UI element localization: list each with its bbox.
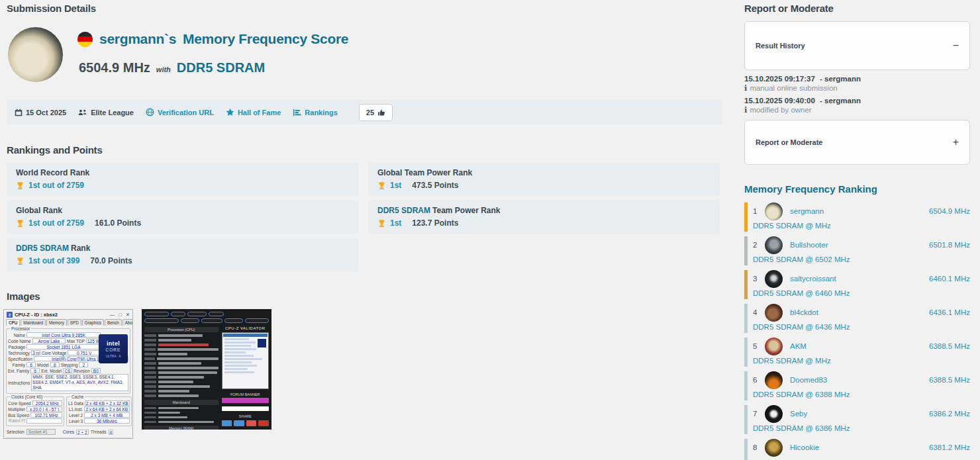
ranking-list-item[interactable]: 7 Seby 6386.2 MHz DDR5 SDRAM @ 6386 MHz (744, 404, 970, 435)
user-link[interactable]: AKM (790, 342, 807, 350)
globe-icon (146, 108, 154, 116)
league-link[interactable]: Elite League (78, 109, 134, 116)
data-row-stripe (144, 406, 219, 410)
avatar[interactable] (765, 371, 783, 389)
score-value: 6388.5 MHz (929, 342, 970, 350)
memory-frequency-ranking-title: Memory Frequency Ranking (744, 183, 970, 195)
submission-title: sergmann`s Memory Frequency Score (77, 31, 348, 47)
user-link[interactable]: sergmann (790, 207, 824, 215)
cpuz-titlebar: Z CPU-Z - ID : xbsx2 —□✕ (5, 310, 131, 319)
ranking-list-item[interactable]: 8 Hicookie 6381.2 MHz (744, 438, 970, 460)
trophy-icon (16, 219, 24, 228)
result-history-panel[interactable]: Result History − (744, 21, 970, 70)
ranking-list-item[interactable]: 3 saltycroissant 6460.1 MHz DDR5 SDRAM @… (744, 269, 970, 300)
rank-link[interactable]: 1st out of 2759 (28, 181, 84, 190)
data-row-stripe (144, 394, 219, 398)
rank-number: 6 (753, 376, 763, 384)
avatar[interactable] (765, 338, 783, 355)
card-title-link[interactable]: DDR5 SDRAM (377, 206, 430, 215)
hardware-sub-link[interactable]: DDR5 SDRAM @ MHz (753, 220, 970, 232)
history-date: 15.10.2025 09:17:37 (744, 75, 815, 83)
card-title: World Record Rank (16, 168, 89, 177)
expand-plus-icon[interactable]: + (953, 136, 959, 148)
hardware-sub-link[interactable]: DDR5 SDRAM @ 6436 MHz (753, 322, 970, 334)
avatar[interactable] (765, 405, 783, 423)
score-value: 6388.5 MHz (929, 376, 970, 384)
hardware-sub-link[interactable]: DDR5 SDRAM @ 6388 MHz (753, 389, 970, 401)
validator-side-column: CPU-Z VALIDATOR FORUM BANNER SHARE (222, 325, 269, 430)
user-link[interactable]: Doomed83 (790, 376, 827, 384)
validator-url-field (222, 406, 269, 411)
image-thumbnails: Z CPU-Z - ID : xbsx2 —□✕ CPUMainboardMem… (3, 309, 271, 439)
cpuz-processor-group: Processor intel CORE ULTRA : 9 NameIntel… (6, 328, 130, 394)
ranking-list-item[interactable]: 6 Doomed83 6388.5 MHz DDR5 SDRAM @ 6388 … (744, 371, 970, 401)
card-title: Global Team Power Rank (377, 168, 472, 177)
medal-bar (744, 405, 748, 434)
hardware-sub-link[interactable]: DDR5 SDRAM @ MHz (753, 355, 970, 367)
validator-screenshot-thumbnail[interactable]: Processor (CPU) Mainboard Memory (RAM) G… (142, 309, 271, 430)
report-or-moderate-panel[interactable]: Report or Moderate + (744, 120, 970, 165)
ranking-list-item[interactable]: 5 AKM 6388.5 MHz DDR5 SDRAM @ MHz (744, 337, 970, 367)
rank-link[interactable]: 1st out of 399 (28, 256, 79, 265)
cpuz-footer: CPU-Z Ver. 2.15.0.x64 Tools ▾ Validate C… (5, 437, 131, 439)
hardware-link[interactable]: DDR5 SDRAM (177, 60, 265, 75)
maximize-icon: □ (119, 312, 122, 318)
username-link[interactable]: sergmann`s (99, 31, 176, 47)
trophy-icon (16, 181, 24, 190)
report-or-moderate-title: Report or Moderate (744, 3, 970, 14)
card-title-link[interactable]: DDR5 SDRAM (16, 244, 69, 253)
validator-section-mainboard: Mainboard (144, 400, 219, 405)
history-user: - sergmann (820, 97, 861, 105)
validator-section-processor: Processor (CPU) (144, 327, 219, 332)
score-value: 6460.1 MHz (929, 275, 970, 283)
avatar[interactable] (765, 439, 783, 457)
rankings-link[interactable]: Rankings (293, 109, 338, 116)
avatar[interactable] (8, 27, 63, 82)
likes-button[interactable]: 25 (359, 104, 393, 121)
hardware-sub-link[interactable]: DDR5 SDRAM @ 6386 MHz (753, 423, 970, 435)
user-link[interactable]: bl4ckdot (790, 308, 818, 316)
hall-of-fame-link[interactable]: Hall of Fame (226, 108, 281, 116)
cpuz-tab: SPD (68, 319, 81, 326)
rank-number: 3 (753, 275, 763, 283)
rankings-cards: World Record Rank 1st out of 2759 Global… (7, 163, 722, 271)
ranking-card: Global Team Power Rank 1st 473.5 Points (368, 163, 720, 196)
avatar[interactable] (765, 236, 783, 254)
forum-banner-bar (222, 398, 269, 403)
ranking-list-item[interactable]: 1 sergmann 6504.9 MHz DDR5 SDRAM @ MHz (744, 202, 970, 232)
hardware-sub-link[interactable]: DDR5 SDRAM @ 6502 MHz (753, 254, 970, 266)
rank-link[interactable]: 1st (390, 218, 401, 228)
cpuz-tab: CPU (6, 319, 20, 326)
collapse-minus-icon[interactable]: − (953, 40, 959, 52)
avatar[interactable] (765, 304, 783, 322)
verification-url-link[interactable]: Verification URL (146, 108, 214, 116)
rank-number: 7 (753, 410, 763, 418)
cpuz-clocks-group: Clocks (Core #0) Core Speed2054.2 MHz Mu… (6, 396, 64, 426)
user-link[interactable]: Seby (790, 410, 807, 418)
rank-link[interactable]: 1st out of 2759 (28, 218, 84, 228)
score-value: 6436.1 MHz (929, 308, 970, 316)
history-entry: 15.10.2025 09:40:00 - sergmann imodified… (744, 97, 970, 115)
ranking-card: Global Rank 1st out of 2759 161.0 Points (7, 201, 358, 234)
rank-link[interactable]: 1st (390, 181, 401, 190)
data-row-stripe (144, 343, 219, 347)
rank-number: 2 (753, 241, 763, 249)
user-link[interactable]: Bullshooter (790, 241, 828, 249)
trophy-icon (16, 257, 24, 265)
rankings-section-title: Rankings and Points (7, 144, 103, 156)
card-title: Rank (71, 244, 90, 253)
user-link[interactable]: saltycroissant (790, 275, 836, 283)
minimize-icon: — (110, 312, 115, 318)
ranking-list-item[interactable]: 2 Bullshooter 6501.8 MHz DDR5 SDRAM @ 65… (744, 236, 970, 266)
info-icon: i (744, 83, 747, 93)
cpuz-screenshot-thumbnail[interactable]: Z CPU-Z - ID : xbsx2 —□✕ CPUMainboardMem… (3, 309, 133, 439)
cpuz-tab: Memory (46, 319, 67, 326)
user-link[interactable]: Hicookie (790, 443, 819, 451)
avatar[interactable] (765, 270, 783, 288)
hardware-sub-link[interactable]: DDR5 SDRAM @ 6460 MHz (753, 288, 970, 300)
data-row-stripe (144, 371, 219, 375)
ranking-list-item[interactable]: 4 bl4ckdot 6436.1 MHz DDR5 SDRAM @ 6436 … (744, 303, 970, 334)
medal-bar (744, 439, 748, 460)
avatar[interactable] (765, 203, 783, 220)
score-value: 6386.2 MHz (929, 410, 970, 418)
